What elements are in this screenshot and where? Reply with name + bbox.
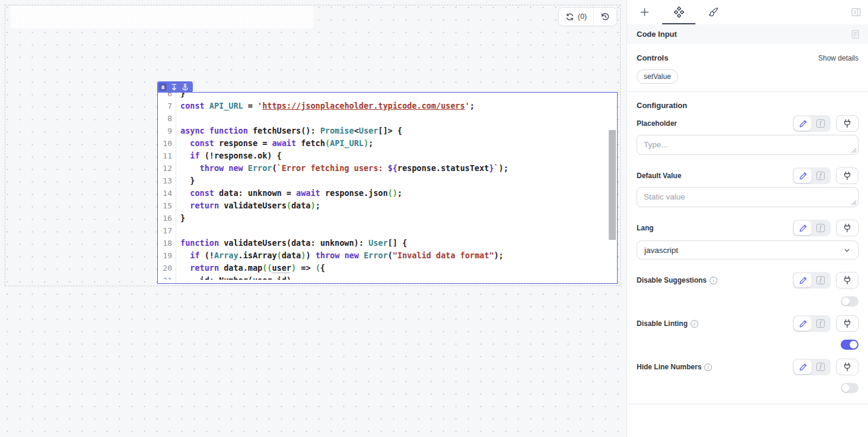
- bind-data-button[interactable]: [836, 167, 859, 184]
- code-text: [176, 224, 180, 237]
- line-number: 16: [158, 212, 176, 224]
- anchor-icon[interactable]: [182, 83, 189, 91]
- disable-suggestions-toggle[interactable]: [841, 296, 859, 306]
- code-text: }: [176, 93, 185, 100]
- fx-mode-button[interactable]: f: [812, 316, 829, 331]
- line-number: 18: [158, 237, 176, 249]
- disable-linting-toggle[interactable]: [841, 340, 859, 350]
- history-button[interactable]: [594, 8, 616, 26]
- history-icon: [600, 12, 610, 21]
- code-text: id: Number(user.id),: [176, 274, 296, 280]
- edit-mode-button[interactable]: [794, 221, 812, 235]
- binding-controls: f: [793, 359, 859, 375]
- code-line[interactable]: 6}: [158, 93, 609, 100]
- line-number: 17: [158, 224, 176, 237]
- code-line[interactable]: 19 if (!Array.isArray(data)) throw new E…: [158, 249, 609, 262]
- code-line[interactable]: 16}: [158, 212, 609, 224]
- mode-segmented-control: f: [793, 167, 831, 184]
- editor-scrollbar[interactable]: [609, 130, 616, 240]
- field-row-default-value: Default Valuef: [637, 167, 859, 185]
- line-number: 14: [158, 187, 176, 200]
- code-line[interactable]: 21 id: Number(user.id),: [158, 274, 609, 280]
- line-number: 15: [158, 200, 176, 212]
- code-line[interactable]: 20 return data.map((user) => ({: [158, 262, 609, 274]
- tab-component-properties[interactable]: [662, 0, 696, 24]
- lang-select[interactable]: javascript: [637, 240, 859, 259]
- info-icon[interactable]: i: [710, 277, 717, 284]
- edit-mode-button[interactable]: [794, 169, 812, 183]
- mode-segmented-control: f: [793, 115, 831, 132]
- code-line[interactable]: 12 throw new Error(`Error fetching users…: [158, 162, 609, 175]
- info-icon[interactable]: i: [691, 320, 698, 328]
- code-text: [176, 112, 180, 125]
- refresh-button[interactable]: (0): [559, 8, 593, 26]
- bind-data-button[interactable]: [836, 115, 859, 132]
- show-details-link[interactable]: Show details: [818, 54, 859, 62]
- collapse-panel-icon[interactable]: [851, 8, 861, 17]
- bind-data-button[interactable]: [836, 272, 859, 289]
- bind-data-button[interactable]: [836, 315, 859, 332]
- code-line[interactable]: 7const API_URL = 'https://jsonplaceholde…: [158, 100, 609, 112]
- edit-mode-button[interactable]: [794, 360, 812, 374]
- code-line[interactable]: 11 if (!response.ok) {: [158, 150, 609, 162]
- line-number: 21: [158, 274, 176, 280]
- code-text: }: [176, 175, 195, 187]
- plug-icon: [842, 362, 852, 372]
- edit-mode-button[interactable]: [794, 273, 812, 287]
- info-icon[interactable]: i: [704, 363, 712, 371]
- code-line[interactable]: 9async function fetchUsers(): Promise<Us…: [158, 125, 609, 137]
- code-text: if (!response.ok) {: [176, 150, 282, 162]
- fx-mode-button[interactable]: f: [812, 221, 829, 235]
- field-row-disable-linting: Disable Lintingif: [637, 315, 859, 332]
- code-text: const response = await fetch(API_URL);: [176, 137, 373, 150]
- placeholder-input[interactable]: [637, 135, 859, 155]
- hide-line-numbers-toggle[interactable]: [841, 383, 859, 393]
- code-text: }: [176, 212, 185, 224]
- fx-mode-button[interactable]: f: [812, 169, 829, 183]
- widget-badge[interactable]: a: [157, 81, 193, 93]
- field-label-disable-suggestions: Disable Suggestionsi: [637, 276, 717, 284]
- pencil-icon: [799, 319, 807, 328]
- code-line[interactable]: 18function validateUsers(data: unknown):…: [158, 237, 609, 249]
- function-icon: f: [816, 224, 825, 232]
- configuration-fields: PlaceholderfDefault ValuefLangfjavascrip…: [637, 115, 859, 393]
- docs-icon[interactable]: [851, 30, 860, 39]
- toggle-knob: [842, 384, 850, 392]
- mode-segmented-control: f: [793, 220, 831, 236]
- line-number: 7: [158, 100, 176, 112]
- canvas[interactable]: (0) a: [0, 0, 627, 437]
- default-value-input[interactable]: [637, 187, 859, 207]
- fx-mode-button[interactable]: f: [812, 116, 829, 131]
- code-line[interactable]: 14 const data: unknown = await response.…: [158, 187, 609, 200]
- tab-theme[interactable]: [696, 0, 730, 24]
- fx-mode-button[interactable]: f: [812, 273, 829, 287]
- fx-mode-button[interactable]: f: [812, 360, 829, 374]
- line-number: 6: [158, 93, 176, 100]
- chevron-down-icon: [843, 246, 851, 254]
- code-input-widget[interactable]: a 6}7const API_URL = 'https://jsonplaceh…: [157, 92, 618, 284]
- controls-section-title: Controls: [637, 53, 668, 62]
- binding-controls: f: [793, 167, 859, 184]
- code-editor[interactable]: 6}7const API_URL = 'https://jsonplacehol…: [158, 93, 617, 283]
- code-text: function validateUsers(data: unknown): U…: [176, 237, 407, 249]
- plug-icon: [842, 119, 852, 128]
- tab-add-component[interactable]: [627, 0, 662, 24]
- code-line[interactable]: 15 return validateUsers(data);: [158, 200, 609, 212]
- binding-controls: f: [793, 272, 859, 289]
- line-number: 11: [158, 150, 176, 162]
- code-line[interactable]: 8: [158, 112, 609, 125]
- code-line[interactable]: 13 }: [158, 175, 609, 187]
- bind-data-button[interactable]: [836, 359, 859, 375]
- bind-data-button[interactable]: [836, 220, 859, 236]
- field-label-disable-linting: Disable Lintingi: [637, 319, 698, 328]
- field-row-disable-suggestions: Disable Suggestionsif: [637, 271, 859, 289]
- field-row-lang: Langf: [637, 219, 859, 237]
- setvalue-method-chip[interactable]: setValue: [637, 69, 678, 84]
- edit-mode-button[interactable]: [794, 316, 812, 331]
- field-label-default-value: Default Value: [637, 172, 681, 180]
- property-panel: Code Input Controls Show details setValu…: [627, 0, 868, 437]
- code-line[interactable]: 17: [158, 224, 609, 237]
- edit-mode-button[interactable]: [794, 116, 812, 131]
- drop-below-icon[interactable]: [171, 84, 177, 91]
- code-line[interactable]: 10 const response = await fetch(API_URL)…: [158, 137, 609, 150]
